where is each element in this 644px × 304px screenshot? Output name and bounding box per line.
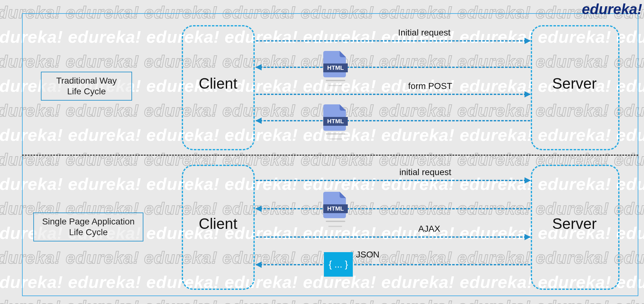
label-initial-request: initial request — [399, 167, 451, 177]
client-label: Client — [199, 215, 237, 232]
caption-line: Single Page Application — [42, 216, 135, 227]
caption-line: Traditional Way — [49, 75, 124, 86]
label-form-post: form POST — [408, 81, 452, 91]
label-ajax: AJAX — [418, 224, 440, 234]
svg-text:HTML: HTML — [327, 205, 344, 212]
svg-text:HTML: HTML — [327, 118, 344, 124]
html-file-icon: HTML — [323, 191, 348, 219]
arrow-json — [256, 264, 530, 265]
caption-line: Life Cycle — [49, 86, 124, 97]
json-payload-icon: { ... } — [324, 252, 353, 277]
spa-caption: Single Page Application Life Cycle — [33, 213, 143, 241]
arrow-html-response-1 — [256, 67, 530, 68]
spa-lifecycle-panel: Single Page Application Life Cycle Clien… — [22, 155, 638, 296]
client-label: Client — [199, 75, 237, 92]
label-initial-request: Initial request — [398, 28, 451, 38]
arrow-form-post — [256, 94, 530, 95]
traditional-lifecycle-panel: Traditional Way Life Cycle Client Server… — [22, 13, 638, 155]
arrow-ajax — [256, 236, 530, 238]
arrow-html-response — [256, 208, 530, 209]
svg-text:HTML: HTML — [327, 64, 344, 71]
server-label: Server — [552, 75, 597, 92]
caption-line: Life Cycle — [42, 227, 135, 238]
arrow-initial-request — [256, 40, 530, 41]
label-json: JSON — [356, 250, 380, 260]
arrow-html-response-2 — [256, 120, 530, 121]
html-file-icon: HTML — [323, 50, 348, 78]
arrow-initial-request — [256, 180, 530, 181]
server-label: Server — [552, 215, 597, 232]
traditional-caption: Traditional Way Life Cycle — [41, 72, 132, 101]
brand-logo: edureka! — [582, 1, 642, 18]
html-file-icon: HTML — [323, 103, 348, 131]
